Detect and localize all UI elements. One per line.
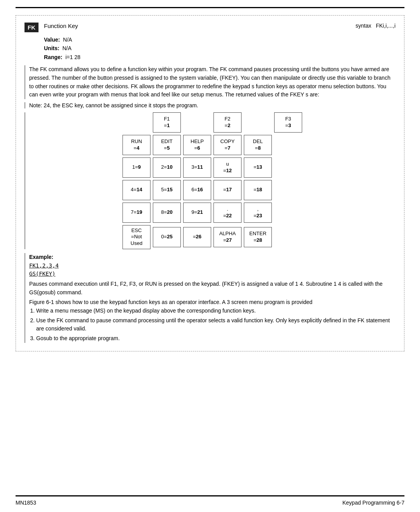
key-4-14: 4=14 <box>122 180 150 200</box>
example-section: Example: FK1,2,3,4 GS(FKEY) Pauses comma… <box>24 253 396 343</box>
key-dot-22: . =22 <box>214 203 242 223</box>
key-esc: ESC =Not Used <box>122 225 150 249</box>
fk-syntax: syntax FKi,i,...,i <box>355 23 396 29</box>
key-26: =26 <box>183 227 211 247</box>
keypad-row-4: 4=14 5=15 6=16 =17 =18 <box>122 180 302 200</box>
key-copy: COPY =7 <box>214 135 242 155</box>
syntax-label: syntax <box>355 23 371 29</box>
key-6-16: 6=16 <box>183 180 211 200</box>
key-u-12: u =12 <box>214 157 242 178</box>
key-enter: ENTER =28 <box>244 227 272 247</box>
example-code-2: GS(FKEY) <box>29 271 55 277</box>
value-value: N/A <box>63 37 72 43</box>
fk-details: Value: N/A Units: N/A Range: i=1 28 <box>44 35 396 61</box>
range-label: Range: <box>44 54 62 60</box>
keypad-row-6: ESC =Not Used 0=25 =26 ALPHA =27 <box>122 225 302 249</box>
syntax-value: FKi,i,...,i <box>376 23 396 29</box>
key-17: =17 <box>214 180 242 200</box>
key-help: HELP =6 <box>183 135 211 155</box>
example-text-1: Pauses command execution until F1, F2, F… <box>29 280 396 297</box>
key-2-10: 2=10 <box>153 157 181 178</box>
key-f2: F2 =2 <box>214 112 242 133</box>
key-9-21: 9=21 <box>183 203 211 223</box>
spacer <box>122 112 150 133</box>
key-comma-23: , =23 <box>244 203 272 223</box>
key-0-25: 0=25 <box>153 227 181 247</box>
key-edit: EDIT =5 <box>153 135 181 155</box>
keypad-row-5: 7=19 8=20 9=21 . =22 , <box>122 203 302 223</box>
fk-header: FK Function Key syntax FKi,i,...,i <box>24 23 396 32</box>
example-code-1: FK1,2,3,4 <box>29 262 59 269</box>
list-item-2: Use the FK command to pause command proc… <box>36 316 396 333</box>
keypad-grid: F1 =1 F2 =2 F3 =3 <box>122 112 302 249</box>
key-alpha: ALPHA =27 <box>214 227 242 247</box>
footer-left: MN1853 <box>16 500 36 506</box>
fk-badge: FK <box>24 23 38 32</box>
key-7-19: 7=19 <box>122 203 150 223</box>
numbered-list: Write a menu message (MS) on the keypad … <box>36 307 396 343</box>
dashed-box: FK Function Key syntax FKi,i,...,i Value… <box>16 15 404 351</box>
fk-title: Function Key <box>44 23 355 29</box>
main-content: FK Function Key syntax FKi,i,...,i Value… <box>0 8 420 492</box>
key-del: DEL =8 <box>244 135 272 155</box>
units-value: N/A <box>62 45 71 51</box>
spacer <box>244 112 272 133</box>
footer: MN1853 Keypad Programming 6-7 <box>0 496 420 512</box>
description-text: The FK command allows you to define a fu… <box>24 65 396 99</box>
note-text: Note: 24, the ESC key, cannot be assigne… <box>24 102 396 108</box>
keypad-row-2: RUN =4 EDIT =5 HELP =6 COPY <box>122 135 302 155</box>
range-value: i=1 28 <box>65 54 80 60</box>
page: FK Function Key syntax FKi,i,...,i Value… <box>0 0 420 512</box>
key-f1: F1 =1 <box>153 112 181 133</box>
units-label: Units: <box>44 45 60 51</box>
key-8-20: 8=20 <box>153 203 181 223</box>
key-13: =13 <box>244 157 272 178</box>
key-5-15: 5=15 <box>153 180 181 200</box>
keypad-row-1: F1 =1 F2 =2 F3 =3 <box>122 112 302 133</box>
key-f3: F3 =3 <box>274 112 302 133</box>
key-3-11: 3=11 <box>183 157 211 178</box>
list-item-1: Write a menu message (MS) on the keypad … <box>36 307 396 315</box>
key-run: RUN =4 <box>122 135 150 155</box>
example-text-2: Figure 6-1 shows how to use the keypad f… <box>29 298 396 307</box>
key-18: =18 <box>244 180 272 200</box>
value-label: Value: <box>44 37 60 43</box>
key-1-9: 1=9 <box>122 157 150 178</box>
keypad-area: F1 =1 F2 =2 F3 =3 <box>24 112 396 249</box>
spacer <box>183 112 211 133</box>
footer-right: Keypad Programming 6-7 <box>342 500 404 506</box>
list-item-3: Gosub to the appropriate program. <box>36 334 396 343</box>
keypad-row-3: 1=9 2=10 3=11 u =12 =13 <box>122 157 302 178</box>
example-label: Example: <box>29 254 53 260</box>
